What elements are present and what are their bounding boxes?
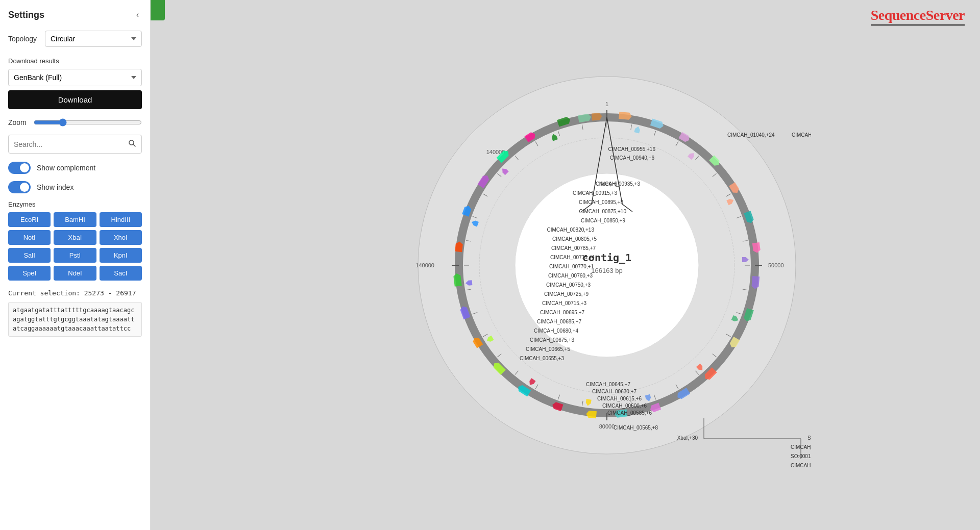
svg-text:CIMCAH_00820,+13: CIMCAH_00820,+13	[547, 227, 594, 233]
toggle-index-row: Show index	[8, 181, 142, 193]
topology-row: Topology Circular Linear	[8, 31, 142, 47]
svg-text:CIMCAH_00615,+6: CIMCAH_00615,+6	[597, 396, 642, 401]
svg-text:NdeI,+6: NdeI,+6	[599, 181, 617, 187]
logo: SequenceServer	[871, 7, 965, 26]
zoom-slider[interactable]	[34, 118, 142, 127]
index-toggle-label: Show index	[37, 183, 74, 191]
svg-text:CIMCAH_00850,+9: CIMCAH_00850,+9	[581, 218, 625, 223]
green-indicator	[151, 0, 165, 20]
search-button[interactable]	[123, 135, 141, 153]
enzyme-sali[interactable]: SalI	[8, 248, 51, 263]
svg-text:CIMCAH_00805,+5: CIMCAH_00805,+5	[552, 236, 597, 242]
enzyme-ecori[interactable]: EcoRI	[8, 212, 51, 227]
enzyme-saci[interactable]: SacI	[100, 266, 142, 281]
contig-bp: 166163 bp	[591, 267, 622, 274]
logo-sequence: Sequence	[871, 7, 926, 23]
download-label: Download results	[8, 57, 142, 65]
zoom-label: Zoom	[8, 118, 29, 127]
svg-text:CIMCAH_00685,+7: CIMCAH_00685,+7	[537, 319, 581, 324]
svg-text:CIMCAH_00695,+7: CIMCAH_00695,+7	[540, 310, 584, 315]
selection-info: Current selection: 25273 - 26917	[8, 289, 142, 298]
svg-text:CIMCAH_00785,+7: CIMCAH_00785,+7	[551, 245, 596, 251]
toggle-complement-row: Show complement	[8, 162, 142, 174]
svg-text:CIMCAH_00675,+3: CIMCAH_00675,+3	[530, 337, 574, 343]
collapse-button[interactable]: ‹	[133, 9, 142, 20]
svg-text:CIMCAH_00565,+8: CIMCAH_00565,+8	[614, 425, 658, 431]
enzyme-xbai[interactable]: XbaI	[54, 230, 96, 245]
sidebar-header: Settings ‹	[8, 9, 142, 20]
search-input[interactable]	[9, 136, 123, 153]
enzymes-label: Enzymes	[8, 200, 142, 208]
svg-text:CIMCAH_00895,+8: CIMCAH_00895,+8	[579, 199, 623, 205]
zoom-row: Zoom	[8, 118, 142, 127]
svg-text:CIMCAH_00665,+5: CIMCAH_00665,+5	[526, 346, 570, 352]
svg-text:XbaI,+30: XbaI,+30	[677, 435, 698, 441]
svg-text:CIMCAH_00630,+7: CIMCAH_00630,+7	[592, 389, 636, 394]
svg-text:CIMCAH_01040,+24: CIMCAH_01040,+24	[727, 132, 775, 138]
diagram-container: contig_1 166163 bp 1 50000 80000 140000 …	[403, 61, 811, 469]
svg-text:CIMCAH_00655,+3: CIMCAH_00655,+3	[520, 356, 564, 361]
svg-text:CIMCAH_00005,+25: CIMCAH_00005,+25	[792, 132, 811, 138]
svg-text:CIMCAH_00940,+6: CIMCAH_00940,+6	[610, 155, 654, 161]
enzyme-grid: EcoRI BamHI HindIII NotI XbaI XhoI SalI …	[8, 212, 142, 281]
enzyme-ndei[interactable]: NdeI	[54, 266, 96, 281]
enzyme-psti[interactable]: PstI	[54, 248, 96, 263]
enzyme-noti[interactable]: NotI	[8, 230, 51, 245]
svg-text:CIMCAH_00495: CIMCAH_00495	[791, 463, 811, 468]
search-icon	[128, 139, 136, 147]
index-toggle[interactable]	[8, 181, 31, 193]
svg-text:CIMCAH_00600,+6: CIMCAH_00600,+6	[602, 403, 647, 409]
topology-select[interactable]: Circular Linear	[45, 31, 142, 47]
svg-text:CIMCAH_00875,+10: CIMCAH_00875,+10	[579, 209, 626, 214]
search-row	[8, 135, 142, 154]
svg-text:CIMCAH_00645,+7: CIMCAH_00645,+7	[586, 382, 630, 387]
svg-text:CIMCAH_00585,+6: CIMCAH_00585,+6	[607, 410, 652, 416]
topology-label: Topology	[8, 35, 39, 43]
sidebar: Settings ‹ Topology Circular Linear Down…	[0, 0, 151, 530]
logo-underline	[871, 24, 965, 26]
svg-text:50000: 50000	[768, 262, 784, 268]
svg-text:140000: 140000	[415, 262, 434, 268]
format-select[interactable]: GenBank (Full) FASTA GFF3	[8, 69, 142, 86]
svg-text:80000: 80000	[599, 423, 615, 430]
svg-text:CIMCAH_00680,+4: CIMCAH_00680,+4	[534, 328, 578, 334]
svg-text:1: 1	[605, 101, 608, 107]
enzyme-bamhi[interactable]: BamHI	[54, 212, 96, 227]
svg-text:CIMCAH_00715,+3: CIMCAH_00715,+3	[542, 300, 586, 306]
svg-text:CIMCAH_00725,+9: CIMCAH_00725,+9	[544, 291, 589, 297]
enzymes-section: Enzymes EcoRI BamHI HindIII NotI XbaI Xh…	[8, 200, 142, 281]
circular-diagram: contig_1 166163 bp 1 50000 80000 140000 …	[403, 61, 811, 469]
svg-text:CIMCAH_00915,+3: CIMCAH_00915,+3	[573, 190, 617, 196]
enzyme-kpni[interactable]: KpnI	[100, 248, 142, 263]
download-button[interactable]: Download	[8, 90, 142, 109]
download-section: Download results GenBank (Full) FASTA GF…	[8, 57, 142, 109]
sequence-box: atgaatgatatttatttttgcaaaagtaacagcagatggt…	[8, 302, 142, 337]
enzyme-xhoi[interactable]: XhoI	[100, 230, 142, 245]
complement-toggle-label: Show complement	[37, 164, 95, 172]
svg-text:CIMCAH_00750,+3: CIMCAH_00750,+3	[546, 282, 591, 288]
svg-point-0	[129, 140, 134, 145]
main-content: SequenceServer contig_1 166163 bp	[151, 0, 980, 530]
enzyme-spei[interactable]: SpeI	[8, 266, 51, 281]
svg-text:CIMCAH_00760,+3: CIMCAH_00760,+3	[548, 273, 593, 279]
svg-text:CIMCAH_00955,+16: CIMCAH_00955,+16	[608, 146, 655, 152]
svg-text:SO:0001217: SO:0001217	[807, 435, 811, 441]
svg-text:CIMCAH_00770,+1: CIMCAH_00770,+1	[549, 264, 594, 269]
logo-server: Server	[926, 7, 965, 23]
svg-text:CIMCAH_00775,+4: CIMCAH_00775,+4	[550, 255, 595, 260]
complement-toggle[interactable]	[8, 162, 31, 174]
svg-line-1	[134, 145, 136, 147]
enzyme-hindiii[interactable]: HindIII	[100, 212, 142, 227]
sidebar-title: Settings	[8, 10, 44, 20]
